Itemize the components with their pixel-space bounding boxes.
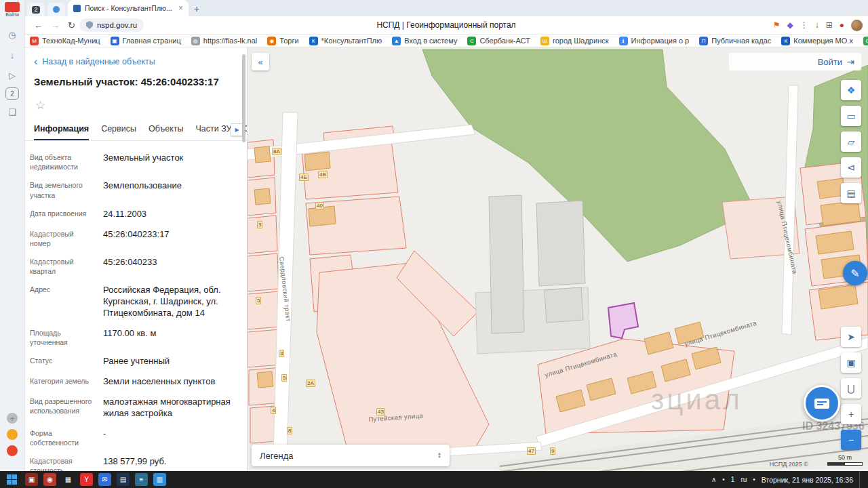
taskbar-app-1[interactable]: ▣ [25,473,38,486]
history-icon[interactable]: ◷ [4,26,20,43]
taskbar-app-2[interactable]: ◉ [43,473,56,486]
taskbar-app-3[interactable]: ▦ [62,473,75,486]
tab-group-counter[interactable]: 2 [27,3,45,16]
layers-tool-button[interactable]: ❖ [841,80,861,100]
forward-button[interactable]: → [51,20,60,30]
bookmark-item[interactable]: ℹ Информация о р [619,37,690,45]
taskbar-app-mail[interactable]: ✉ [98,473,111,486]
map-tools-top: ❖▭▱⊲▤ [841,80,861,209]
taskbar-clock[interactable]: Вторник, 21 янв 2025, 16:36 [762,476,853,484]
bookmark-item[interactable]: С Сбербанк-АСТ [467,37,530,45]
panel-tab[interactable]: Сервисы [101,118,136,140]
panel-tab[interactable]: Объекты [149,118,184,140]
reload-button[interactable]: ↻ [68,20,75,30]
taskbar-app-7[interactable]: ≡ [135,473,148,486]
side-panel-bottom-icons: + [0,407,24,462]
field-label: Дата присвоения [30,209,96,220]
taskbar-app-yandex[interactable]: Y [80,473,93,486]
tray-icon[interactable]: • [753,476,755,483]
bookmark-item[interactable]: К Коммерция МО.х [781,37,853,45]
download-arrow-icon[interactable]: ↓ [815,20,819,30]
tab-close-icon[interactable]: × [178,3,183,13]
bookmark-item[interactable]: К *КонсультантПлю [309,37,382,45]
panel-scrollbar[interactable] [242,54,245,142]
watermark-text: зциал [651,384,743,416]
field-row: Категория земель Земли населенных пункто… [24,376,247,388]
bookmark-item[interactable]: ◍ https://fias-lk.nal [191,37,257,45]
bookmark-item[interactable]: ▣ Главная страниц [111,37,181,45]
menu-dots-icon[interactable]: ⋮ [800,20,808,30]
field-label: Кадастровый номер [30,229,96,248]
games-icon[interactable] [7,445,18,456]
bookmark-favicon: ℹ [619,37,628,45]
page-title: НСПД | Геоинформационный портал [376,20,515,30]
new-tab-button[interactable]: + [194,3,199,16]
identify-tool-button[interactable]: ▱ [841,131,861,152]
tab-counter-icon[interactable]: 2 [5,87,19,100]
field-label: Форма собственности [30,428,96,447]
tab-strip: 2 Поиск - КонсультантПлю... × + [24,0,868,16]
login-button[interactable]: Войти [818,57,842,67]
draw-tool-button[interactable]: ✎ [843,261,867,285]
field-value: - [103,428,106,447]
media-icon[interactable]: ▷ [4,67,20,83]
field-row: Площадь уточненная 1170.00 кв. м [24,328,247,347]
chats-icon[interactable]: ❑ [4,104,20,120]
tab-pinned[interactable] [47,3,65,16]
active-tab[interactable]: Поиск - КонсультантПлю... × [68,0,189,16]
bookmark-item[interactable]: С Стартовая стран [863,37,868,45]
bookmark-item[interactable]: Ш город Шадринск [540,37,609,45]
cadastral-map[interactable] [248,47,868,471]
show-desktop-button[interactable] [859,471,863,488]
notification-dot-icon[interactable]: ● [840,20,844,30]
back-button[interactable]: ← [34,20,43,30]
bookmark-favicon: К [781,37,790,45]
scale-line [827,462,863,466]
tray-chevron-icon[interactable]: ∧ [711,476,716,483]
taskbar: ▣◉▦Y✉▤≡▥ ∧•1ru• Вторник, 21 янв 2025, 16… [0,471,868,488]
object-title: Земельный участок: 45:26:040233:17 [34,76,237,87]
back-chevron-icon: ‹ [34,58,37,65]
bookmarks-bar: M ТехноКад-Муниц ▣ Главная страниц ◍ htt… [24,35,868,47]
panel-tab[interactable]: Части ЗУ [195,118,231,140]
locate-tool-button[interactable]: ➤ [841,327,861,347]
extension-icon[interactable]: ◆ [787,20,793,30]
downloads-icon[interactable]: ↓ [4,47,20,63]
favorite-star-icon[interactable]: ☆ [35,98,247,113]
field-label: Вид объекта недвижимости [30,152,96,171]
map-copyright: НСПД 2025 © [770,461,808,468]
field-value: Землепользование [103,180,182,199]
profile-avatar[interactable] [851,20,863,31]
snap-tool-button[interactable]: ⋃ [841,378,861,399]
alice-icon[interactable] [7,429,18,440]
field-value: 45:26:040233 [103,257,157,276]
protect-shield-icon [86,21,93,29]
bookmark-item[interactable]: П Публичная кадас [699,37,771,45]
back-to-results-link[interactable]: ‹ Назад в найденные объекты [24,47,247,66]
panel-collapse-button[interactable]: « [252,53,269,70]
panel-tab[interactable]: Информация [34,118,89,140]
zoom-out-button[interactable]: − [841,430,861,450]
bookmark-item[interactable]: ▲ Вход в систему [392,37,457,45]
bookmark-item[interactable]: M ТехноКад-Муниц [30,37,100,45]
taskbar-app-8[interactable]: ▥ [153,473,166,486]
collections-flag-icon[interactable]: ⚑ [773,20,781,30]
tray-lang[interactable]: ru [741,476,747,483]
url-field[interactable]: nspd.gov.ru [79,18,144,32]
extent-tool-button[interactable]: ▣ [841,352,861,373]
taskbar-app-6[interactable]: ▤ [117,473,130,486]
share-tool-button[interactable]: ⊲ [841,157,861,178]
bookmark-item[interactable]: ◉ Торги [267,37,298,45]
windows-start-button[interactable] [7,474,17,485]
ruler-tool-button[interactable]: ▭ [841,106,861,126]
field-label: Кадастровый квартал [30,257,96,276]
tray-icon[interactable]: • [722,476,725,483]
tray-count[interactable]: 1 [731,476,735,483]
chat-button[interactable] [804,385,840,422]
add-service-icon[interactable]: + [7,413,18,424]
print-tool-button[interactable]: ▤ [841,183,861,203]
apps-grid-icon[interactable]: ⊞ [826,20,833,30]
browser-login-chip[interactable]: Войти [0,0,24,17]
legend-toggle[interactable]: Легенда ▲▼ [252,445,450,466]
zoom-in-button[interactable]: + [841,404,861,424]
